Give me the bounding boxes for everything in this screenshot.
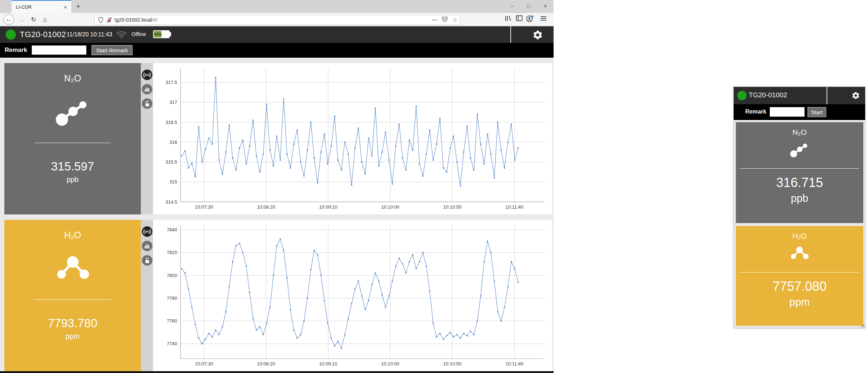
battery-fill: 49% [154,31,161,37]
menu-hamburger-icon[interactable] [539,15,548,25]
gas-panel-h2o: H₂O 7793.780 ppm [4,220,141,371]
remark-label: Remark [5,46,27,54]
n2o-molecule-icon [787,141,812,159]
start-remark-button[interactable]: Start Remark [91,45,133,55]
gas-value: 315.597 [51,160,94,173]
svg-text:7780: 7780 [167,296,177,301]
widget-remark-bar: Remark Start [734,104,865,120]
chart-toolbar [141,220,153,371]
n2o-molecule-icon [51,96,94,129]
tab-bar: LI-COR × + − □ × [0,0,554,13]
widget-remark-label: Remark [745,108,766,115]
connection-status: Offline [131,31,146,37]
svg-text:315.5: 315.5 [165,159,177,165]
app-header: TG20-01002 11/18/20 10:11:43 Offline 49% [0,26,554,43]
svg-text:314.5: 314.5 [165,199,177,205]
gas-row-n2o: N₂O 315.597 ppb 314.5 [4,63,552,214]
widget-start-button[interactable]: Start [807,107,826,117]
panel-divider [35,143,111,143]
library-icon[interactable] [504,15,513,25]
svg-text:10:08:20: 10:08:20 [257,204,276,210]
url-text[interactable]: tg20-01002.local/#/ [115,17,430,23]
widget-device-name: TG20-01002 [749,91,787,99]
gas-label: N₂O [792,128,807,137]
h2o-chart[interactable]: 77407760778078007820784010:07:3010:08:20… [153,220,552,371]
chart-toolbar [141,63,153,214]
widget-header-divider [827,87,827,104]
window-maximize-icon[interactable]: □ [520,0,537,13]
widget-settings-gear-icon[interactable] [851,91,860,100]
h2o-molecule-icon [787,245,812,263]
browser-tab[interactable]: LI-COR × [12,0,71,13]
header-divider [510,26,511,43]
svg-text:10:11:40: 10:11:40 [505,204,523,210]
mini-widget: TG20-01002 Remark Start N₂O 316.715 ppb … [733,86,865,328]
gas-unit: ppm [66,332,80,341]
svg-text:316.5: 316.5 [165,120,177,125]
main-content: N₂O 315.597 ppb 314.5 [0,58,554,373]
card-divider [740,272,859,272]
gas-label: N₂O [64,73,81,84]
gas-value: 316.715 [776,175,823,190]
status-dot [737,91,747,100]
pocket-icon[interactable] [440,17,450,23]
live-broadcast-button[interactable] [142,70,152,80]
gas-panel-n2o: N₂O 315.597 ppb [4,63,141,214]
window-minimize-icon[interactable]: − [504,0,520,13]
header-timestamp: 11/18/20 10:11:43 [67,31,112,38]
svg-text:10:10:00: 10:10:00 [381,204,399,210]
gas-unit: ppm [789,296,810,308]
account-icon[interactable] [525,15,534,25]
svg-text:7740: 7740 [167,341,177,346]
sidebar-toggle-icon[interactable] [514,15,524,25]
address-bar[interactable]: tg20-01002.local/#/ ••• ☆ [94,15,460,25]
svg-text:317: 317 [169,99,177,105]
svg-text:10:08:20: 10:08:20 [257,361,276,367]
h2o-molecule-icon [51,253,94,286]
live-broadcast-button[interactable] [142,226,152,237]
gas-unit: ppb [791,192,808,204]
device-name: TG20-01002 [20,30,66,39]
new-tab-button[interactable]: + [73,2,83,11]
forward-button[interactable]: → [17,15,27,25]
remark-input[interactable] [32,45,86,55]
battery-nub [170,32,171,36]
settings-gear-icon[interactable] [532,30,543,40]
svg-text:7820: 7820 [167,250,177,255]
reload-button[interactable]: ↻ [29,15,38,25]
svg-text:317.5: 317.5 [165,80,177,85]
shield-icon [98,17,103,23]
unlock-button[interactable] [142,255,152,266]
widget-card-h2o: H₂O 7757.080 ppm [736,226,863,326]
window-close-icon[interactable]: × [537,0,554,13]
svg-text:7760: 7760 [167,318,177,324]
next-row-edge [0,371,554,373]
widget-header: TG20-01002 [734,87,865,104]
svg-text:10:10:00: 10:10:00 [381,361,399,367]
tab-title: LI-COR [16,4,62,10]
remark-bar: Remark Start Remark [0,43,554,58]
svg-text:10:10:50: 10:10:50 [443,361,462,367]
gas-value: 7757.080 [773,279,827,294]
chart-settings-button[interactable] [142,241,152,251]
bookmark-star-icon[interactable]: ☆ [450,16,460,24]
card-divider [740,168,859,169]
unlock-button[interactable] [142,98,152,109]
widget-remark-input[interactable] [770,107,805,117]
chart-settings-button[interactable] [142,84,152,94]
page-actions-icon[interactable]: ••• [430,18,440,22]
gas-value: 7793.780 [48,316,98,330]
svg-text:10:09:10: 10:09:10 [319,361,337,367]
back-button[interactable]: ← [3,14,14,25]
status-dot [6,30,16,40]
insecure-lock-icon [106,17,112,23]
home-button[interactable]: ⌂ [40,15,50,25]
n2o-chart[interactable]: 314.5315315.5316316.5317317.510:07:3010:… [153,63,552,214]
svg-text:10:07:30: 10:07:30 [195,204,213,210]
gas-label: H₂O [792,232,807,240]
resize-grip[interactable] [860,323,865,328]
gas-row-h2o: H₂O 7793.780 ppm 7740 [4,220,552,371]
svg-text:10:10:50: 10:10:50 [443,204,462,210]
tab-close-icon[interactable]: × [62,4,68,10]
panel-divider [35,299,111,300]
